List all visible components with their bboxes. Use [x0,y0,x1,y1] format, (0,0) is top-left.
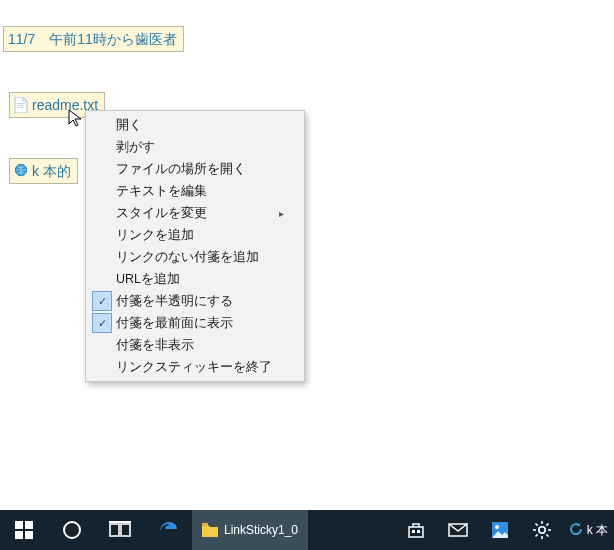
svg-rect-6 [15,531,23,539]
mail-icon [448,523,468,537]
menu-item-label: ファイルの場所を開く [116,161,274,178]
menu-item-semi-transparent[interactable]: ✓ 付箋を半透明にする [88,290,302,312]
svg-line-25 [546,534,548,536]
svg-line-26 [535,534,537,536]
menu-item-label: 付箋を最前面に表示 [116,315,274,332]
menu-item-change-style[interactable]: スタイルを変更 ▸ [88,202,302,224]
cortana-button[interactable] [48,510,96,550]
taskbar-app-linksticky[interactable]: LinkSticky1_0 [192,510,308,550]
svg-rect-10 [121,524,130,536]
edge-button[interactable] [144,510,192,550]
photos-icon [491,521,509,539]
text-file-icon [14,97,28,113]
edge-icon [157,519,179,541]
windows-icon [15,521,33,539]
menu-item-exit[interactable]: リンクスティッキーを終了 [88,356,302,378]
check-icon: ✓ [92,291,112,311]
taskview-button[interactable] [96,510,144,550]
svg-line-24 [535,524,537,526]
refresh-icon [569,522,583,539]
svg-rect-1 [17,105,25,106]
svg-point-19 [538,527,544,533]
svg-rect-13 [409,527,423,537]
menu-item-label: リンクを追加 [116,227,274,244]
menu-item-always-on-top[interactable]: ✓ 付箋を最前面に表示 [88,312,302,334]
svg-rect-12 [202,523,208,526]
svg-rect-15 [417,530,420,533]
menu-item-hide[interactable]: 付箋を非表示 [88,334,302,356]
menu-item-open[interactable]: 開く [88,114,302,136]
svg-rect-7 [25,531,33,539]
menu-item-label: リンクスティッキーを終了 [116,359,274,376]
tray-photos-button[interactable] [479,510,521,550]
taskbar: LinkSticky1_0 [0,510,614,550]
menu-item-add-link[interactable]: リンクを追加 [88,224,302,246]
menu-item-edit-text[interactable]: テキストを編集 [88,180,302,202]
store-icon [407,521,425,539]
tray-store-button[interactable] [395,510,437,550]
sticky-note-text: 11/7 午前11時から歯医者 [8,29,177,49]
tray-app-label: k 本 [587,522,608,539]
menu-item-peel[interactable]: 剥がす [88,136,302,158]
menu-item-label: 剥がす [116,139,274,156]
svg-rect-2 [17,107,23,108]
tray-app-ksite[interactable]: k 本 [563,510,614,550]
sticky-note-text: k 本的 [32,161,71,181]
svg-rect-0 [17,103,25,104]
menu-item-add-url[interactable]: URLを追加 [88,268,302,290]
submenu-arrow-icon: ▸ [274,208,284,219]
taskbar-app-label: LinkSticky1_0 [224,523,298,537]
menu-item-add-no-link[interactable]: リンクのない付箋を追加 [88,246,302,268]
svg-point-8 [64,522,80,538]
menu-item-label: 開く [116,117,274,134]
svg-rect-14 [412,530,415,533]
check-icon: ✓ [92,313,112,333]
folder-icon [202,523,218,537]
svg-rect-4 [15,521,23,529]
menu-item-label: リンクのない付箋を追加 [116,249,274,266]
svg-point-18 [495,525,499,529]
tray-mail-button[interactable] [437,510,479,550]
menu-item-open-location[interactable]: ファイルの場所を開く [88,158,302,180]
svg-rect-11 [109,521,131,523]
cursor-icon [68,109,86,127]
svg-line-27 [546,524,548,526]
gear-icon [532,520,552,540]
taskview-icon [109,521,131,539]
tray-settings-button[interactable] [521,510,563,550]
start-button[interactable] [0,510,48,550]
circle-icon [62,520,82,540]
sticky-note-ksite[interactable]: k 本的 [9,158,78,184]
menu-item-label: 付箋を非表示 [116,337,274,354]
menu-item-label: テキストを編集 [116,183,274,200]
menu-item-label: スタイルを変更 [116,205,274,222]
sticky-note-appointment[interactable]: 11/7 午前11時から歯医者 [3,26,184,52]
svg-rect-9 [110,524,119,536]
svg-rect-5 [25,521,33,529]
menu-item-label: 付箋を半透明にする [116,293,274,310]
context-menu: 開く 剥がす ファイルの場所を開く テキストを編集 スタイルを変更 ▸ リンクを… [85,110,305,382]
globe-icon [14,163,28,179]
menu-item-label: URLを追加 [116,271,274,288]
